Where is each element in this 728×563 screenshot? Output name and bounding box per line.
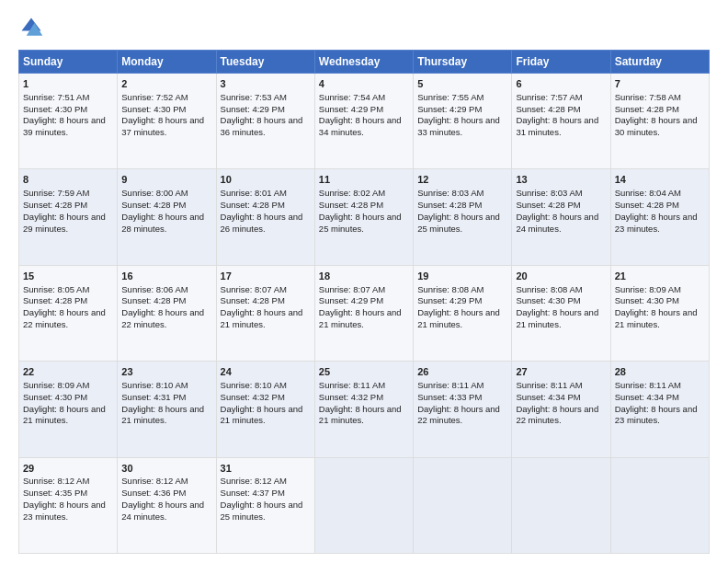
sunset: Sunset: 4:30 PM — [516, 295, 580, 305]
sunset: Sunset: 4:31 PM — [121, 392, 186, 402]
day-cell: 26Sunrise: 8:11 AMSunset: 4:33 PMDayligh… — [414, 362, 512, 457]
day-cell: 20Sunrise: 8:08 AMSunset: 4:30 PMDayligh… — [512, 265, 610, 361]
day-number: 19 — [417, 270, 507, 283]
day-cell — [512, 457, 610, 553]
day-number: 6 — [516, 77, 606, 91]
day-cell: 12Sunrise: 8:03 AMSunset: 4:28 PMDayligh… — [414, 169, 512, 265]
sunset: Sunset: 4:34 PM — [615, 392, 679, 402]
sunrise: Sunrise: 8:05 AM — [23, 284, 89, 294]
day-cell: 25Sunrise: 8:11 AMSunset: 4:32 PMDayligh… — [314, 362, 413, 457]
weekday-header-friday: Friday — [512, 51, 610, 74]
day-cell: 17Sunrise: 8:07 AMSunset: 4:28 PMDayligh… — [216, 265, 314, 361]
daylight: Daylight: 8 hours and 21 minutes. — [417, 307, 500, 329]
week-row-4: 22Sunrise: 8:09 AMSunset: 4:30 PMDayligh… — [19, 362, 710, 457]
day-number: 18 — [319, 270, 409, 283]
sunrise: Sunrise: 8:12 AM — [221, 476, 287, 486]
day-cell — [314, 457, 413, 553]
sunset: Sunset: 4:30 PM — [23, 392, 87, 402]
daylight: Daylight: 8 hours and 29 minutes. — [23, 212, 106, 234]
daylight: Daylight: 8 hours and 25 minutes. — [221, 500, 303, 522]
day-cell: 9Sunrise: 8:00 AMSunset: 4:28 PMDaylight… — [118, 169, 216, 265]
daylight: Daylight: 8 hours and 23 minutes. — [23, 500, 106, 522]
sunset: Sunset: 4:28 PM — [221, 200, 285, 210]
day-cell: 14Sunrise: 8:04 AMSunset: 4:28 PMDayligh… — [610, 169, 709, 265]
daylight: Daylight: 8 hours and 30 minutes. — [615, 115, 698, 137]
day-cell: 1Sunrise: 7:51 AMSunset: 4:30 PMDaylight… — [19, 74, 118, 169]
day-cell: 16Sunrise: 8:06 AMSunset: 4:28 PMDayligh… — [118, 265, 216, 361]
daylight: Daylight: 8 hours and 31 minutes. — [516, 115, 598, 137]
daylight: Daylight: 8 hours and 24 minutes. — [121, 500, 204, 522]
daylight: Daylight: 8 hours and 22 minutes. — [23, 307, 106, 329]
day-number: 3 — [221, 77, 311, 91]
sunset: Sunset: 4:28 PM — [417, 200, 482, 210]
sunrise: Sunrise: 7:58 AM — [615, 92, 681, 102]
day-number: 14 — [615, 173, 705, 187]
sunrise: Sunrise: 7:59 AM — [23, 188, 89, 198]
day-number: 10 — [221, 173, 311, 187]
day-cell: 6Sunrise: 7:57 AMSunset: 4:28 PMDaylight… — [512, 74, 610, 169]
sunset: Sunset: 4:28 PM — [23, 295, 87, 305]
sunset: Sunset: 4:28 PM — [23, 200, 87, 210]
daylight: Daylight: 8 hours and 21 minutes. — [221, 404, 303, 426]
sunrise: Sunrise: 8:02 AM — [319, 188, 385, 198]
calendar-body: 1Sunrise: 7:51 AMSunset: 4:30 PMDaylight… — [19, 74, 710, 554]
sunrise: Sunrise: 8:10 AM — [121, 380, 188, 390]
weekday-header-wednesday: Wednesday — [314, 51, 413, 74]
daylight: Daylight: 8 hours and 21 minutes. — [23, 404, 106, 426]
daylight: Daylight: 8 hours and 21 minutes. — [121, 404, 204, 426]
sunrise: Sunrise: 8:11 AM — [319, 380, 385, 390]
day-number: 25 — [319, 365, 409, 379]
sunset: Sunset: 4:36 PM — [121, 488, 186, 498]
day-number: 7 — [615, 77, 705, 91]
daylight: Daylight: 8 hours and 21 minutes. — [319, 404, 402, 426]
daylight: Daylight: 8 hours and 37 minutes. — [121, 115, 204, 137]
day-cell: 13Sunrise: 8:03 AMSunset: 4:28 PMDayligh… — [512, 169, 610, 265]
sunrise: Sunrise: 8:04 AM — [615, 188, 681, 198]
sunset: Sunset: 4:28 PM — [516, 200, 580, 210]
daylight: Daylight: 8 hours and 23 minutes. — [615, 212, 698, 234]
day-number: 2 — [121, 77, 211, 91]
sunset: Sunset: 4:28 PM — [121, 295, 186, 305]
sunrise: Sunrise: 7:55 AM — [417, 92, 483, 102]
sunset: Sunset: 4:37 PM — [221, 488, 285, 498]
weekday-header-thursday: Thursday — [414, 51, 512, 74]
logo-icon — [18, 15, 44, 40]
day-number: 16 — [121, 270, 211, 283]
daylight: Daylight: 8 hours and 21 minutes. — [615, 307, 698, 329]
daylight: Daylight: 8 hours and 21 minutes. — [319, 307, 402, 329]
daylight: Daylight: 8 hours and 33 minutes. — [417, 115, 500, 137]
day-number: 9 — [121, 173, 211, 187]
sunrise: Sunrise: 8:00 AM — [121, 188, 188, 198]
day-cell: 27Sunrise: 8:11 AMSunset: 4:34 PMDayligh… — [512, 362, 610, 457]
day-number: 29 — [23, 462, 113, 476]
day-number: 31 — [221, 462, 311, 476]
day-number: 24 — [221, 365, 311, 379]
sunrise: Sunrise: 8:08 AM — [417, 284, 483, 294]
day-cell: 10Sunrise: 8:01 AMSunset: 4:28 PMDayligh… — [216, 169, 314, 265]
day-cell: 29Sunrise: 8:12 AMSunset: 4:35 PMDayligh… — [19, 457, 118, 553]
sunset: Sunset: 4:29 PM — [319, 295, 383, 305]
day-cell: 28Sunrise: 8:11 AMSunset: 4:34 PMDayligh… — [610, 362, 709, 457]
sunset: Sunset: 4:29 PM — [417, 295, 482, 305]
sunrise: Sunrise: 8:12 AM — [121, 476, 188, 486]
day-cell: 21Sunrise: 8:09 AMSunset: 4:30 PMDayligh… — [610, 265, 709, 361]
day-number: 5 — [417, 77, 507, 91]
page: SundayMondayTuesdayWednesdayThursdayFrid… — [0, 0, 728, 563]
weekday-header-monday: Monday — [118, 51, 216, 74]
sunset: Sunset: 4:30 PM — [23, 104, 87, 114]
sunset: Sunset: 4:28 PM — [615, 200, 679, 210]
day-cell: 3Sunrise: 7:53 AMSunset: 4:29 PMDaylight… — [216, 74, 314, 169]
day-number: 28 — [615, 365, 705, 379]
day-cell: 31Sunrise: 8:12 AMSunset: 4:37 PMDayligh… — [216, 457, 314, 553]
daylight: Daylight: 8 hours and 21 minutes. — [516, 307, 598, 329]
sunrise: Sunrise: 8:11 AM — [417, 380, 483, 390]
daylight: Daylight: 8 hours and 22 minutes. — [417, 404, 500, 426]
daylight: Daylight: 8 hours and 21 minutes. — [221, 307, 303, 329]
day-cell: 5Sunrise: 7:55 AMSunset: 4:29 PMDaylight… — [414, 74, 512, 169]
daylight: Daylight: 8 hours and 26 minutes. — [221, 212, 303, 234]
header — [18, 15, 710, 40]
sunrise: Sunrise: 8:11 AM — [615, 380, 681, 390]
day-number: 8 — [23, 173, 113, 187]
sunrise: Sunrise: 8:07 AM — [319, 284, 385, 294]
sunset: Sunset: 4:28 PM — [516, 104, 580, 114]
